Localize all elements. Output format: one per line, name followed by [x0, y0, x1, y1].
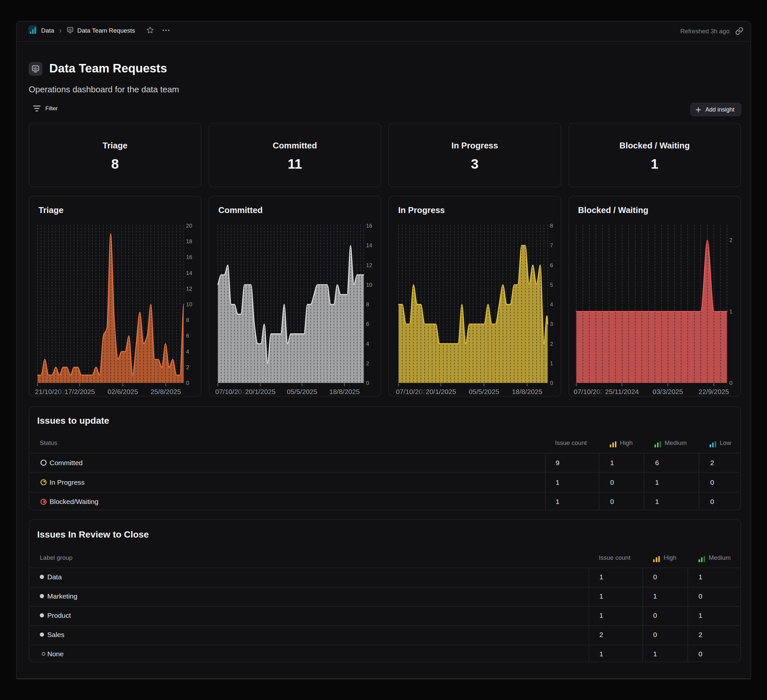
svg-text:2: 2	[186, 364, 189, 370]
svg-text:12: 12	[366, 262, 372, 268]
svg-text:07/10/202: 07/10/202	[396, 388, 426, 395]
svg-text:1: 1	[550, 360, 553, 367]
svg-text:10: 10	[366, 282, 372, 288]
svg-text:8: 8	[186, 317, 189, 323]
svg-text:0: 0	[729, 380, 732, 386]
svg-text:05/5/2025: 05/5/2025	[469, 388, 499, 395]
svg-text:20/1/2025: 20/1/2025	[426, 388, 456, 395]
svg-text:1: 1	[729, 309, 732, 315]
svg-text:18: 18	[186, 238, 193, 245]
svg-text:20: 20	[186, 223, 193, 229]
svg-text:25/8/2025: 25/8/2025	[151, 388, 181, 395]
svg-text:20/1/2025: 20/1/2025	[245, 388, 275, 395]
svg-text:0: 0	[366, 380, 369, 386]
svg-text:16: 16	[366, 223, 372, 229]
svg-text:7: 7	[550, 242, 553, 249]
svg-text:07/10/202: 07/10/202	[574, 388, 604, 395]
svg-text:6: 6	[366, 321, 369, 327]
svg-text:21/10/202: 21/10/202	[35, 388, 65, 395]
svg-text:2: 2	[550, 341, 553, 347]
svg-text:3: 3	[550, 321, 553, 327]
svg-text:18/8/2025: 18/8/2025	[512, 388, 542, 395]
svg-text:10: 10	[186, 301, 193, 308]
svg-text:2: 2	[729, 237, 732, 243]
svg-text:02/6/2025: 02/6/2025	[108, 388, 138, 395]
svg-text:4: 4	[186, 349, 189, 355]
svg-text:0: 0	[550, 380, 553, 386]
svg-text:12: 12	[186, 286, 193, 292]
svg-text:8: 8	[550, 223, 553, 229]
svg-text:16: 16	[186, 254, 193, 260]
svg-text:14: 14	[186, 270, 193, 276]
svg-text:17/2/2025: 17/2/2025	[64, 388, 95, 395]
svg-text:4: 4	[550, 301, 553, 308]
svg-text:14: 14	[366, 242, 372, 249]
svg-text:8: 8	[366, 301, 369, 308]
svg-text:0: 0	[186, 380, 189, 386]
svg-text:4: 4	[366, 341, 369, 347]
svg-text:03/3/2025: 03/3/2025	[652, 388, 683, 395]
svg-text:05/5/2025: 05/5/2025	[286, 388, 317, 395]
svg-text:2: 2	[366, 360, 369, 367]
svg-text:18/8/2025: 18/8/2025	[329, 388, 360, 395]
svg-text:6: 6	[186, 333, 189, 339]
svg-text:6: 6	[550, 262, 553, 268]
svg-text:25/11/2024: 25/11/2024	[605, 388, 639, 395]
svg-text:5: 5	[550, 282, 553, 288]
svg-text:22/9/2025: 22/9/2025	[699, 388, 729, 395]
svg-text:07/10/202: 07/10/202	[215, 388, 245, 395]
